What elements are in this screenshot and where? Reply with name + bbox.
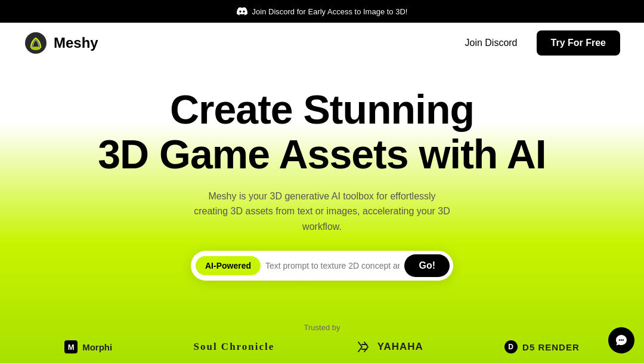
- d5-icon: D: [504, 340, 518, 353]
- soul-chronicle-logo: Soul Chronicle: [193, 341, 274, 353]
- morphi-logo: M Morphi: [64, 340, 112, 353]
- chat-icon: [615, 334, 628, 347]
- nav-actions: Join Discord Try For Free: [455, 30, 620, 56]
- svg-point-4: [623, 339, 624, 340]
- navbar: Meshy Join Discord Try For Free: [0, 23, 644, 63]
- svg-point-3: [621, 339, 622, 340]
- svg-point-0: [25, 32, 47, 54]
- trusted-section: Trusted by M Morphi Soul Chronicle YAHAH…: [0, 316, 644, 363]
- announcement-text: Join Discord for Early Access to Image t…: [252, 7, 408, 16]
- yahaha-logo: YAHAHA: [356, 341, 423, 353]
- try-for-free-button[interactable]: Try For Free: [537, 30, 620, 56]
- hero-subtitle: Meshy is your 3D generative AI toolbox f…: [191, 189, 453, 235]
- go-button[interactable]: Go!: [404, 254, 450, 277]
- d5-render-logo: D D5 RENDER: [504, 340, 580, 353]
- svg-point-1: [31, 47, 41, 50]
- morphi-icon: M: [64, 340, 78, 353]
- ai-powered-tag: AI-Powered: [196, 256, 261, 275]
- trusted-label: Trusted by: [24, 323, 620, 332]
- soul-chronicle-name: Soul Chronicle: [193, 341, 274, 353]
- logo-icon: [24, 31, 48, 55]
- logo[interactable]: Meshy: [24, 31, 98, 55]
- logo-text: Meshy: [54, 35, 98, 51]
- morphi-name: Morphi: [82, 342, 112, 352]
- svg-point-2: [619, 339, 620, 340]
- yahaha-name: YAHAHA: [377, 341, 423, 353]
- discord-icon: [237, 6, 247, 17]
- join-discord-button[interactable]: Join Discord: [455, 33, 527, 53]
- prompt-input[interactable]: [265, 261, 400, 270]
- chat-button[interactable]: [608, 327, 634, 353]
- hero-title: Create Stunning 3D Game Assets with AI: [98, 87, 546, 177]
- yahaha-icon: [356, 341, 373, 353]
- d5-render-name: D5 RENDER: [522, 342, 580, 352]
- announcement-bar: Join Discord for Early Access to Image t…: [0, 0, 644, 23]
- trusted-logos: M Morphi Soul Chronicle YAHAHA D D5: [24, 340, 620, 353]
- prompt-bar: AI-Powered Go!: [191, 251, 453, 281]
- hero-section: Create Stunning 3D Game Assets with AI M…: [0, 63, 644, 363]
